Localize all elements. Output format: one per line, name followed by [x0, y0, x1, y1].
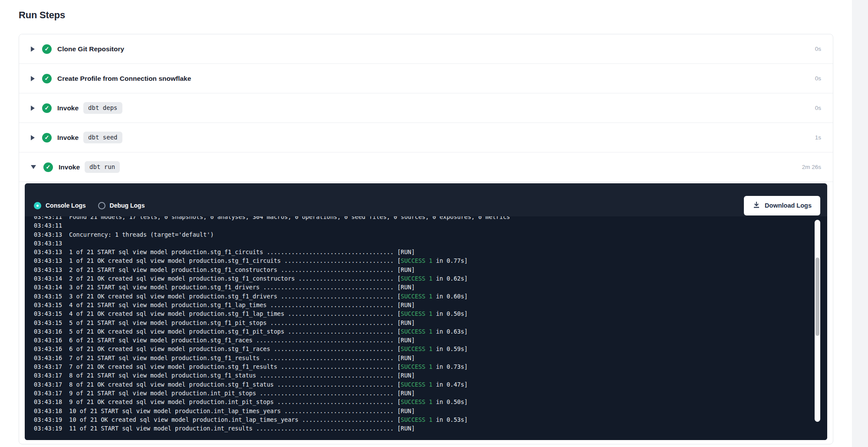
chevron-right-icon[interactable]	[31, 135, 35, 140]
log-scrollbar-track[interactable]	[815, 220, 820, 422]
log-line: 03:43:15 3 of 21 OK created sql view mod…	[34, 292, 827, 301]
download-logs-label: Download Logs	[765, 202, 812, 209]
step-command-badge: dbt seed	[83, 132, 122, 143]
step-duration: 0s	[815, 46, 821, 52]
success-check-icon: ✓	[42, 44, 52, 54]
console-panel: Console Logs Debug Logs Download Logs 03…	[25, 183, 827, 440]
debug-logs-radio[interactable]: Debug Logs	[98, 202, 145, 209]
log-line: 03:43:18 9 of 21 OK created sql view mod…	[34, 397, 827, 406]
debug-logs-label[interactable]: Debug Logs	[110, 202, 145, 209]
chevron-right-icon[interactable]	[31, 106, 35, 111]
step-duration: 1s	[815, 134, 821, 141]
log-line: 03:43:13 1 of 21 OK created sql view mod…	[34, 256, 827, 265]
log-line: 03:43:11 Found 21 models, 17 tests, 0 sn…	[34, 216, 827, 221]
log-line: 03:43:14 3 of 21 START sql view model pr…	[34, 283, 827, 291]
log-line: 03:43:17 8 of 21 START sql view model pr…	[34, 371, 827, 380]
step-row-invoke-dbt-deps[interactable]: ✓ Invoke dbt deps 0s	[19, 93, 833, 123]
chevron-right-icon[interactable]	[31, 46, 35, 52]
console-logs-radio[interactable]: Console Logs	[34, 202, 86, 209]
console-logs-label[interactable]: Console Logs	[46, 202, 86, 209]
download-icon	[753, 201, 760, 210]
log-line: 03:43:14 2 of 21 OK created sql view mod…	[34, 274, 827, 283]
radio-selected-icon[interactable]	[34, 202, 41, 209]
log-line: 03:43:15 5 of 21 START sql view model pr…	[34, 318, 827, 327]
log-line: 03:43:18 10 of 21 START sql view model p…	[34, 407, 827, 415]
log-line: 03:43:19 11 of 21 START sql view model p…	[34, 424, 827, 433]
log-line: 03:43:15 4 of 21 START sql view model pr…	[34, 301, 827, 309]
step-duration: 2m 26s	[802, 164, 821, 170]
download-logs-button[interactable]: Download Logs	[744, 196, 820, 215]
success-check-icon: ✓	[42, 133, 52, 142]
log-line: 03:43:15 4 of 21 OK created sql view mod…	[34, 309, 827, 318]
log-line: 03:43:13 2 of 21 START sql view model pr…	[34, 265, 827, 274]
page-right-gutter	[852, 0, 868, 447]
console-log-viewport[interactable]: 03:43:11 Found 21 models, 17 tests, 0 sn…	[25, 216, 827, 440]
step-duration: 0s	[815, 75, 821, 82]
page-title: Run Steps	[19, 10, 65, 21]
log-line: 03:43:16 6 of 21 OK created sql view mod…	[34, 344, 827, 353]
chevron-right-icon[interactable]	[31, 76, 35, 81]
chevron-down-icon[interactable]	[31, 165, 36, 169]
step-row-clone-git-repository[interactable]: ✓ Clone Git Repository 0s	[19, 34, 833, 64]
step-command-badge: dbt deps	[83, 102, 122, 114]
console-header: Console Logs Debug Logs Download Logs	[25, 183, 827, 216]
step-row-create-profile[interactable]: ✓ Create Profile from Connection snowfla…	[19, 64, 833, 93]
success-check-icon: ✓	[42, 103, 52, 113]
run-steps-card: ✓ Clone Git Repository 0s ✓ Create Profi…	[19, 34, 833, 444]
step-label: Invoke	[57, 104, 79, 112]
step-label: Create Profile from Connection snowflake	[57, 75, 191, 83]
step-duration: 0s	[815, 105, 821, 111]
log-line: 03:43:11	[34, 221, 827, 230]
success-check-icon: ✓	[43, 162, 53, 172]
log-line: 03:43:16 5 of 21 OK created sql view mod…	[34, 327, 827, 336]
step-row-invoke-dbt-seed[interactable]: ✓ Invoke dbt seed 1s	[19, 123, 833, 152]
log-line: 03:43:16 6 of 21 START sql view model pr…	[34, 336, 827, 344]
console-log-lines: 03:43:11 Found 21 models, 17 tests, 0 sn…	[34, 216, 827, 433]
step-label: Clone Git Repository	[57, 45, 124, 53]
log-line: 03:43:16 7 of 21 START sql view model pr…	[34, 354, 827, 362]
log-scrollbar-thumb[interactable]	[815, 258, 819, 336]
success-check-icon: ✓	[42, 74, 52, 83]
step-row-invoke-dbt-run[interactable]: ✓ Invoke dbt run 2m 26s	[19, 152, 833, 182]
step-label: Invoke	[57, 134, 79, 142]
log-line: 03:43:13 Concurrency: 1 threads (target=…	[34, 230, 827, 239]
log-line: 03:43:13 1 of 21 START sql view model pr…	[34, 248, 827, 256]
log-line: 03:43:17 9 of 21 START sql view model pr…	[34, 389, 827, 397]
step-command-badge: dbt run	[85, 161, 120, 173]
log-line: 03:43:13	[34, 239, 827, 248]
log-line: 03:43:19 10 of 21 OK created sql view mo…	[34, 415, 827, 424]
radio-unselected-icon[interactable]	[98, 202, 105, 209]
log-line: 03:43:17 7 of 21 OK created sql view mod…	[34, 362, 827, 371]
log-line: 03:43:17 8 of 21 OK created sql view mod…	[34, 380, 827, 389]
step-label: Invoke	[59, 163, 80, 171]
